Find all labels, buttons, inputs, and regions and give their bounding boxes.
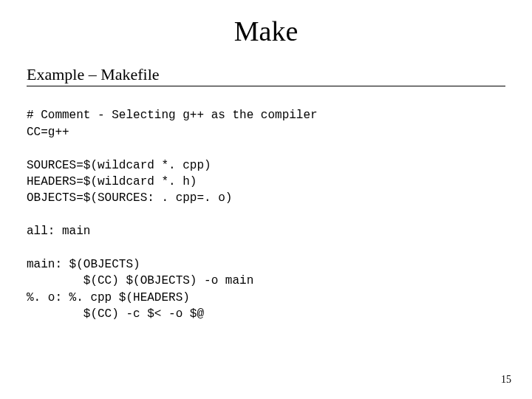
code-line: %. o: %. cpp $(HEADERS): [27, 291, 190, 304]
slide-subtitle: Example – Makefile: [27, 65, 505, 84]
code-block: # Comment - Selecting g++ as the compile…: [27, 91, 505, 322]
divider-line: [27, 86, 505, 86]
code-line: $(CC) $(OBJECTS) -o main: [27, 274, 253, 287]
slide-container: Make Example – Makefile # Comment - Sele…: [0, 0, 532, 322]
code-line: # Comment - Selecting g++ as the compile…: [27, 109, 318, 122]
code-line: CC=g++: [27, 126, 69, 139]
page-number: 15: [501, 374, 511, 386]
code-line: all: main: [27, 225, 90, 238]
code-line: $(CC) -c $< -o $@: [27, 307, 204, 321]
slide-title: Make: [27, 15, 505, 47]
code-line: main: $(OBJECTS): [27, 258, 140, 271]
code-line: SOURCES=$(wildcard *. cpp): [27, 159, 211, 172]
code-line: OBJECTS=$(SOURCES: . cpp=. o): [27, 191, 232, 205]
code-line: HEADERS=$(wildcard *. h): [27, 175, 197, 188]
